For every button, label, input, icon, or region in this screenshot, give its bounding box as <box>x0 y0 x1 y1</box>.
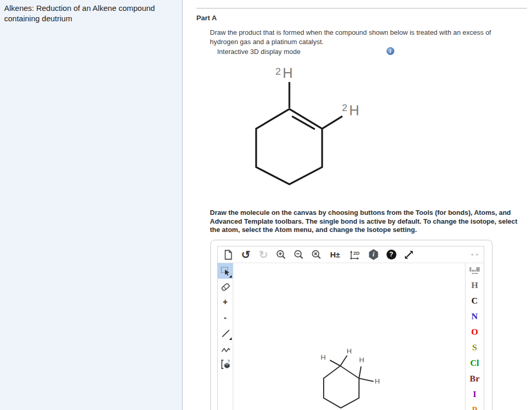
help-button[interactable]: ? <box>385 249 397 261</box>
h-atom-label: H <box>347 347 352 355</box>
fullscreen-icon <box>403 249 415 261</box>
clean-2d-button[interactable]: 2D <box>348 249 362 261</box>
instructions-line2: Advanced Template toolbars. The single b… <box>210 217 517 226</box>
display-mode-label: Interactive 3D display mode <box>217 48 300 56</box>
bond-h-topleft <box>330 360 340 366</box>
element-c[interactable]: C <box>466 293 484 309</box>
bond-h-top <box>340 356 347 366</box>
undo-button[interactable]: ↺ <box>240 249 252 261</box>
element-n[interactable]: N <box>466 309 484 324</box>
element-h[interactable]: H <box>466 278 484 293</box>
add-remove-hydrogens-button[interactable]: H± <box>328 249 342 261</box>
element-o[interactable]: O <box>466 324 484 340</box>
svg-text:H: H <box>283 65 293 81</box>
element-s[interactable]: S <box>466 340 484 356</box>
redo-button[interactable]: ↻ <box>257 249 270 261</box>
zoom-in-button[interactable] <box>275 249 287 261</box>
page: { "sidebar": { "title": "Alkenes: Reduct… <box>0 0 532 410</box>
svg-text:2D: 2D <box>353 250 360 256</box>
structure-info-icon: i <box>369 249 379 260</box>
atoms-palette: H C N O S Cl Br I P <box>465 263 484 410</box>
h-atom-label: H <box>321 353 326 361</box>
element-p[interactable]: P <box>466 402 484 410</box>
zoom-reset-button[interactable] <box>310 249 323 261</box>
new-document-icon <box>222 249 234 261</box>
assignment-sidebar: Alkenes: Reduction of an Alkene compound… <box>0 0 183 410</box>
minus-icon: - <box>224 313 227 322</box>
tool-single-bond[interactable] <box>218 325 233 341</box>
submenu-indicator <box>229 337 232 340</box>
instructions-line3: the atom, select the Atom menu, and chan… <box>210 226 517 235</box>
instructions-line1: Draw the molecule on the canvas by choos… <box>210 209 517 217</box>
redo-icon: ↻ <box>259 249 268 260</box>
tool-group-abbreviation[interactable] <box>218 357 233 372</box>
element-br[interactable]: Br <box>466 371 484 387</box>
info-icon[interactable]: i <box>387 47 394 55</box>
sketcher-toolbar: ↺ ↻ <box>218 247 484 263</box>
tool-chain[interactable] <box>218 341 233 357</box>
chain-icon <box>220 343 231 354</box>
section-divider <box>196 8 527 9</box>
tool-increase-charge[interactable]: + <box>218 294 233 310</box>
tool-select[interactable] <box>218 263 233 279</box>
structure-info-button[interactable]: i <box>367 249 380 261</box>
drawing-canvas[interactable]: H H H H <box>233 263 465 410</box>
problem-prompt: Draw the product that is formed when the… <box>210 28 491 46</box>
pager-prev-icon[interactable]: ◄ <box>470 252 475 257</box>
toolbar-pager[interactable]: ◄► <box>470 252 481 257</box>
deuterium-label-top: 2 <box>275 66 281 77</box>
zoom-out-button[interactable] <box>292 249 305 261</box>
element-cl[interactable]: Cl <box>466 356 484 371</box>
submenu-indicator <box>229 275 232 278</box>
sketcher-frame: ↺ ↻ <box>217 246 484 410</box>
part-a-heading: Part A <box>196 14 217 22</box>
ring-bonds <box>256 109 322 184</box>
assignment-title[interactable]: Alkenes: Reduction of an Alkene compound… <box>0 0 183 27</box>
bond-to-deuterium-right <box>322 116 342 129</box>
undo-icon: ↺ <box>241 249 250 260</box>
tool-erase[interactable] <box>218 279 233 294</box>
h-atom-label: H <box>375 377 380 385</box>
fullscreen-button[interactable] <box>403 249 415 261</box>
tools-palette: + - <box>218 263 233 410</box>
sketcher-container: ↺ ↻ <box>210 240 493 410</box>
tool-decrease-charge[interactable]: - <box>218 310 233 325</box>
zoom-reset-icon <box>311 249 322 261</box>
group-abbreviation-icon <box>219 358 232 371</box>
help-icon: ? <box>387 250 396 259</box>
zoom-in-icon <box>275 249 287 261</box>
ring-bonds <box>324 366 359 408</box>
problem-prompt-line1: Draw the product that is formed when the… <box>210 28 491 37</box>
bond-h-right <box>359 378 374 381</box>
zoom-out-icon <box>293 249 304 261</box>
pager-next-icon[interactable]: ► <box>475 252 481 257</box>
bond-h-up <box>359 366 361 378</box>
eraser-icon <box>220 281 231 292</box>
clean-2d-icon: 2D <box>348 249 362 261</box>
periodic-table-button[interactable] <box>470 263 480 278</box>
drawing-instructions: Draw the molecule on the canvas by choos… <box>210 209 517 235</box>
svg-text:H: H <box>349 103 360 118</box>
hydrogens-icon: H± <box>330 250 340 259</box>
deuterium-label-right: 2 <box>342 102 348 113</box>
h-atom-label: H <box>359 356 364 364</box>
problem-prompt-line2: hydrogen gas and a platinum catalyst. <box>210 37 491 47</box>
periodic-table-icon <box>470 267 480 274</box>
plus-icon: + <box>223 298 228 306</box>
element-i[interactable]: I <box>466 387 484 402</box>
new-document-button[interactable] <box>222 249 234 261</box>
problem-structure-drawing: 2 H 2 H <box>248 60 371 193</box>
drawn-molecule[interactable]: H H H H <box>317 344 385 410</box>
